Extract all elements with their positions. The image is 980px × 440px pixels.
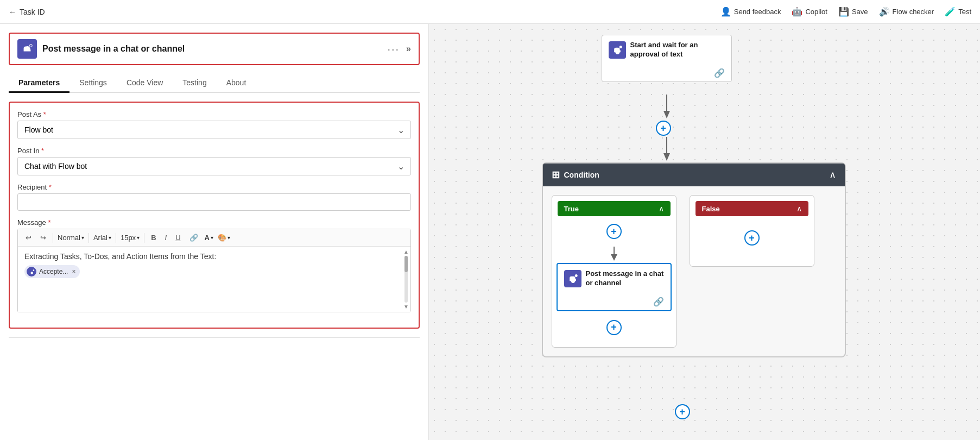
tab-about[interactable]: About [217,74,256,93]
true-plus-below-button[interactable]: + [606,320,622,335]
toolbar-sep-1 [53,233,53,243]
plus-button-1[interactable]: + [656,121,671,136]
bold-button[interactable]: B [149,232,158,243]
main-layout: Post message in a chat or channel ··· » … [0,24,980,440]
undo-button[interactable]: ↩ [23,232,34,243]
format-caret: ▾ [81,235,84,241]
topbar-title: Task ID [20,8,45,16]
editor-body[interactable]: Extracting Tasks, To-Dos, and Action Ite… [18,247,410,312]
post-message-node: Post message in a chat or channel 🔗 [557,263,672,311]
token-remove-button[interactable]: × [72,268,75,275]
toolbar-sep-3 [116,233,116,243]
false-branch-header: False ∧ [696,201,808,216]
post-in-field-group: Post In * Chat with Flow bot [17,147,411,175]
font-caret: ▾ [109,235,111,241]
post-message-icon [567,273,578,284]
post-in-required: * [41,147,44,155]
italic-button[interactable]: I [163,232,169,243]
message-field-group: Message * ↩ ↪ Normal ▾ [17,218,411,312]
flow-checker-button[interactable]: 🔊 Flow checker [879,7,934,17]
font-family-dropdown[interactable]: Arial ▾ [93,234,111,242]
connector-1 [661,95,672,122]
link-button[interactable]: 🔗 [187,232,200,243]
approval-node-footer: 🔗 [602,65,731,81]
collapse-button[interactable]: » [406,44,411,54]
feedback-icon: 👤 [720,7,731,17]
highlight-dropdown[interactable]: 🎨 ▾ [218,234,230,242]
approval-link-icon: 🔗 [714,68,725,78]
font-color-dropdown[interactable]: A ▾ [205,234,213,242]
tabs: Parameters Settings Code View Testing Ab… [9,74,420,93]
true-collapse-button[interactable]: ∧ [659,204,664,213]
plus-button-bottom[interactable]: + [675,404,690,419]
copilot-button[interactable]: 🤖 Copilot [792,7,827,17]
post-as-field-group: Post As * Flow bot [17,110,411,139]
copilot-icon: 🤖 [792,7,802,17]
editor-scrollbar[interactable]: ▲ ▼ [403,247,409,312]
true-label: True [564,205,579,213]
color-caret: ▾ [211,235,213,241]
redo-button[interactable]: ↪ [38,232,48,243]
true-plus-button[interactable]: + [606,224,622,239]
approval-node: Start and wait for an approval of text 🔗 [602,35,732,82]
approval-node-title: Start and wait for an approval of text [630,41,725,59]
connector-2 [661,137,672,164]
condition-icon: ⊞ [552,169,560,181]
tab-settings[interactable]: Settings [69,74,117,93]
message-required: * [48,218,50,227]
right-panel: Start and wait for an approval of text 🔗… [429,24,980,440]
tab-parameters[interactable]: Parameters [9,74,69,93]
approval-icon-box [609,41,626,59]
token-icon [27,267,36,276]
post-as-select[interactable]: Flow bot [17,121,411,139]
size-caret: ▾ [137,235,140,241]
condition-collapse-button[interactable]: ∧ [829,169,836,181]
true-plus-below-wrapper: + [552,317,676,338]
scroll-up[interactable]: ▲ [403,249,409,255]
teams-icon-box [17,39,37,59]
action-header-right: ··· » [387,43,411,55]
svg-marker-3 [663,153,670,161]
font-size-dropdown[interactable]: 15px ▾ [121,234,140,242]
left-panel: Post message in a chat or channel ··· » … [0,24,429,440]
test-button[interactable]: 🧪 Test [945,7,971,17]
toolbar-sep-4 [144,233,144,243]
bottom-divider [9,337,420,338]
condition-header: ⊞ Condition ∧ [543,164,845,186]
true-plus-wrapper: + [552,221,676,242]
condition-label: Condition [564,171,599,179]
post-in-select[interactable]: Chat with Flow bot [17,157,411,175]
topbar: ← Task ID 👤 Send feedback 🤖 Copilot 💾 Sa… [0,0,980,24]
editor-toolbar: ↩ ↪ Normal ▾ Arial ▾ [18,229,410,247]
true-branch: True ∧ + [552,195,676,348]
condition-header-left: ⊞ Condition [552,169,599,181]
scroll-thumb [404,256,408,272]
tab-code-view[interactable]: Code View [117,74,173,93]
approval-node-header: Start and wait for an approval of text [602,35,731,65]
post-message-link-icon: 🔗 [653,297,664,307]
post-message-icon-box [564,270,581,287]
save-icon: 💾 [838,7,849,17]
false-collapse-button[interactable]: ∧ [796,204,802,213]
more-options-button[interactable]: ··· [387,43,400,55]
flow-canvas: Start and wait for an approval of text 🔗… [515,35,895,440]
send-feedback-button[interactable]: 👤 Send feedback [720,7,781,17]
post-in-label: Post In * [17,147,411,155]
post-in-select-wrapper: Chat with Flow bot [17,157,411,175]
back-button[interactable]: ← Task ID [9,8,45,16]
topbar-right: 👤 Send feedback 🤖 Copilot 💾 Save 🔊 Flow … [720,7,971,17]
recipient-input[interactable] [17,193,411,211]
underline-button[interactable]: U [173,232,182,243]
post-message-node-footer: 🔗 [558,293,671,310]
true-branch-header: True ∧ [558,201,671,216]
scroll-down[interactable]: ▼ [403,304,409,310]
save-button[interactable]: 💾 Save [838,7,868,17]
format-style-dropdown[interactable]: Normal ▾ [58,234,84,242]
form-section: Post As * Flow bot Post In * Chat w [9,102,420,329]
topbar-left: ← Task ID [9,8,45,16]
message-label: Message * [17,218,411,227]
tab-testing[interactable]: Testing [173,74,216,93]
false-plus-button[interactable]: + [744,230,760,246]
false-branch: False ∧ + [690,195,814,267]
post-as-required: * [43,110,46,118]
